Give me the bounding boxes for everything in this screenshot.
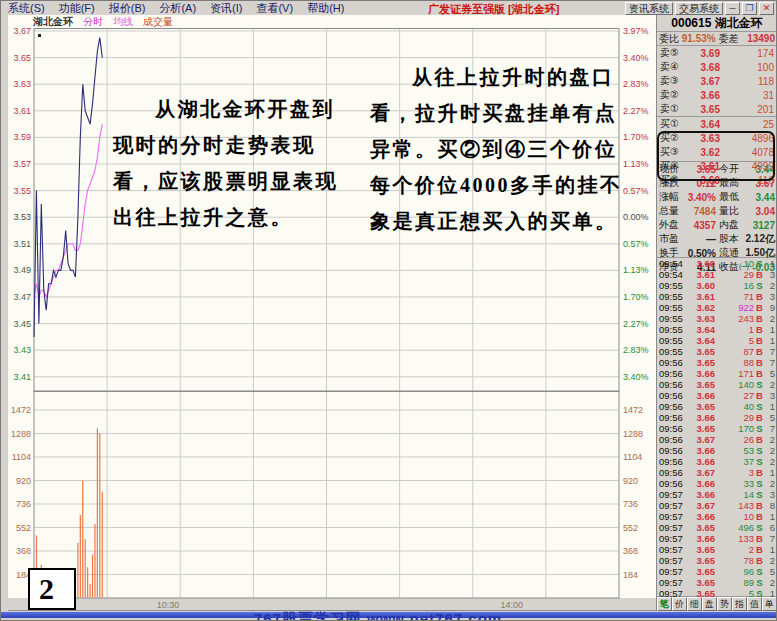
depth-price: 3.61 bbox=[684, 161, 720, 172]
svg-text:1.70%: 1.70% bbox=[623, 292, 649, 302]
menu-item-quote[interactable]: 报价(B) bbox=[102, 2, 153, 14]
depth-label: 卖④ bbox=[660, 60, 684, 74]
svg-text:184: 184 bbox=[623, 570, 638, 580]
transaction-row: 09:563.6726B2 bbox=[657, 434, 777, 445]
svg-text:3.45: 3.45 bbox=[13, 319, 31, 329]
depth-price: 3.66 bbox=[684, 90, 720, 101]
quote-info-row: 涨幅3.40%最低3.44 bbox=[657, 190, 777, 204]
sell-depth-row: 卖②3.6631 bbox=[657, 88, 777, 102]
bottom-tab-指[interactable]: 指 bbox=[732, 597, 747, 611]
transaction-row: 09:543.6129B3 bbox=[657, 269, 777, 280]
svg-text:1288: 1288 bbox=[11, 429, 31, 439]
transaction-row: 09:563.6633S2 bbox=[657, 478, 777, 489]
transaction-row: 09:563.6588B7 bbox=[657, 357, 777, 368]
transaction-row: 09:553.6016S2 bbox=[657, 280, 777, 291]
svg-text:3.43: 3.43 bbox=[13, 345, 31, 355]
svg-text:3.53: 3.53 bbox=[13, 212, 31, 222]
chart-stock-name: 湖北金环 bbox=[33, 15, 73, 29]
depth-price: 3.64 bbox=[684, 119, 720, 130]
depth-volume: 201 bbox=[720, 104, 774, 115]
bottom-tab-单[interactable]: 单 bbox=[762, 597, 777, 611]
menu-item-function[interactable]: 功能(F) bbox=[52, 2, 102, 14]
menu-item-view[interactable]: 查看(V) bbox=[249, 2, 300, 14]
svg-text:0.00%: 0.00% bbox=[623, 212, 649, 222]
svg-text:3.40%: 3.40% bbox=[623, 53, 649, 63]
page-marker: 2 bbox=[28, 568, 76, 610]
info-system-button[interactable]: 资讯系统 bbox=[625, 2, 673, 15]
svg-text:1104: 1104 bbox=[623, 452, 642, 462]
menu-item-news[interactable]: 资讯(I) bbox=[203, 2, 249, 14]
titlebar-buttons: 资讯系统 交易系统 ─ ❐ ✕ bbox=[625, 2, 774, 15]
minimize-button[interactable]: ─ bbox=[725, 2, 740, 15]
transaction-row: 09:573.6589S2 bbox=[657, 577, 777, 588]
chart-tab-ma[interactable]: 均线 bbox=[113, 16, 133, 27]
svg-text:3.63: 3.63 bbox=[13, 79, 31, 89]
trade-system-button[interactable]: 交易系统 bbox=[675, 2, 723, 15]
sell-depth-row: 卖①3.65201 bbox=[657, 102, 777, 116]
annotation-line: 现时的分时走势表现 bbox=[113, 127, 338, 163]
svg-text:3.40%: 3.40% bbox=[623, 372, 649, 382]
transaction-row: 09:573.67143B8 bbox=[657, 500, 777, 511]
close-button[interactable]: ✕ bbox=[759, 2, 774, 15]
depth-volume: 4896 bbox=[720, 133, 774, 144]
chart-tab-volume[interactable]: 成交量 bbox=[143, 16, 173, 27]
stock-code: 000615 bbox=[671, 16, 711, 30]
svg-text:3.57: 3.57 bbox=[13, 159, 31, 169]
depth-volume: 31 bbox=[720, 90, 774, 101]
time-axis-label: 10:30 bbox=[157, 600, 180, 610]
menu-item-system[interactable]: 系统(S) bbox=[1, 2, 52, 14]
depth-volume: 25 bbox=[720, 119, 774, 130]
svg-text:2.27%: 2.27% bbox=[623, 319, 649, 329]
transaction-row: 09:563.6627B3 bbox=[657, 390, 777, 401]
menu-item-help[interactable]: 帮助(H) bbox=[300, 2, 351, 14]
buy-depth-row: 买⑤3.60116 bbox=[657, 173, 777, 187]
transaction-row: 09:553.641B1 bbox=[657, 324, 777, 335]
bottom-tab-值[interactable]: 值 bbox=[747, 597, 762, 611]
depth-label: 买③ bbox=[660, 145, 684, 159]
bottom-tab-价[interactable]: 价 bbox=[672, 597, 687, 611]
svg-text:552: 552 bbox=[623, 523, 638, 533]
transaction-row: 09:563.673B1 bbox=[657, 467, 777, 478]
chart-tab-timeline[interactable]: 分时 bbox=[83, 16, 103, 27]
buy-depth-row: 买②3.634896 bbox=[657, 131, 777, 145]
transaction-row: 09:573.6596S5 bbox=[657, 566, 777, 577]
bottom-tab-势[interactable]: 势 bbox=[717, 597, 732, 611]
sell-depth-row: 卖⑤3.69174 bbox=[657, 46, 777, 60]
annotation-line: 出往上拉升之意。 bbox=[113, 199, 338, 235]
stock-name: 湖北金环 bbox=[715, 16, 763, 30]
svg-text:3.61: 3.61 bbox=[13, 106, 31, 116]
depth-price: 3.62 bbox=[684, 147, 720, 158]
menu-item-analysis[interactable]: 分析(A) bbox=[152, 2, 203, 14]
transaction-row: 09:553.645B1 bbox=[657, 335, 777, 346]
bottom-tab-细[interactable]: 细 bbox=[687, 597, 702, 611]
svg-text:3.49: 3.49 bbox=[13, 265, 31, 275]
depth-volume: 4078 bbox=[720, 147, 774, 158]
svg-text:920: 920 bbox=[623, 476, 638, 486]
svg-text:1.13%: 1.13% bbox=[623, 159, 649, 169]
transaction-list: 09:543.6010S109:543.6129B309:553.6016S20… bbox=[657, 257, 777, 596]
svg-text:2.83%: 2.83% bbox=[623, 79, 649, 89]
svg-text:1104: 1104 bbox=[12, 452, 31, 462]
depth-label: 买① bbox=[660, 117, 684, 131]
weibi-row: 委比 91.53% 委差 13490 bbox=[657, 32, 777, 46]
transaction-row: 09:553.62922B9 bbox=[657, 302, 777, 313]
transaction-row: 09:573.6610B1 bbox=[657, 511, 777, 522]
maximize-button[interactable]: ❐ bbox=[742, 2, 757, 15]
depth-label: 买② bbox=[660, 131, 684, 145]
bottom-tab-盘[interactable]: 盘 bbox=[702, 597, 717, 611]
transaction-row: 09:573.66133B7 bbox=[657, 533, 777, 544]
svg-text:1.13%: 1.13% bbox=[623, 265, 649, 275]
transaction-row: 09:543.6010S1 bbox=[657, 258, 777, 269]
bottom-tab-笔[interactable]: 笔 bbox=[657, 597, 672, 611]
transaction-row: 09:573.6614S3 bbox=[657, 489, 777, 500]
svg-text:3.47: 3.47 bbox=[13, 292, 31, 302]
weibi-value: 91.53% bbox=[682, 33, 716, 44]
depth-label: 卖① bbox=[660, 102, 684, 116]
svg-text:1.70%: 1.70% bbox=[623, 132, 649, 142]
depth-label: 卖② bbox=[660, 88, 684, 102]
buy-depth-row: 买④3.614999 bbox=[657, 159, 777, 173]
svg-text:0.57%: 0.57% bbox=[623, 186, 649, 196]
annotation-right-text: 从往上拉升时的盘口看，拉升时买盘挂单有点异常。买②到④三个价位每个价位4000多… bbox=[370, 59, 623, 239]
quote-panel: 000615 湖北金环 委比 91.53% 委差 13490 卖⑤3.69174… bbox=[656, 15, 777, 611]
transaction-row: 09:573.65496S6 bbox=[657, 522, 777, 533]
